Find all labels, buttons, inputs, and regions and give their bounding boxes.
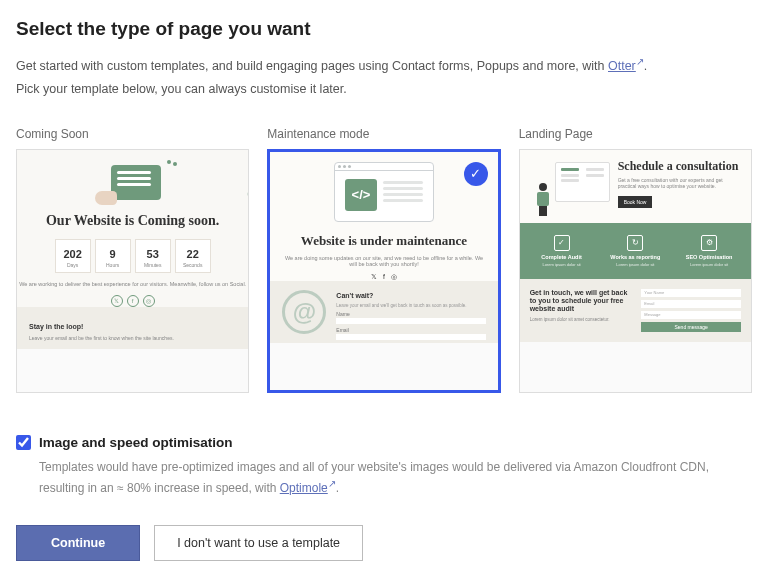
template-label: Landing Page: [519, 127, 752, 141]
reporting-icon: ↻: [627, 235, 643, 251]
template-coming-soon: Coming Soon Our Website is Coming soon. …: [16, 127, 249, 393]
page-title: Select the type of page you want: [16, 18, 752, 40]
chat-bubble-icon: [93, 160, 173, 205]
template-label: Maintenance mode: [267, 127, 500, 141]
preview-subtitle: Get a free consultation with our experts…: [618, 177, 741, 190]
facebook-icon: f: [127, 295, 139, 307]
preview-subtitle: We are working to deliver the best exper…: [19, 281, 246, 288]
presentation-illustration: [530, 160, 610, 215]
selected-check-icon: ✓: [464, 162, 488, 186]
preview-subtitle: We are doing some updates on our site, a…: [270, 255, 497, 267]
template-grid: Coming Soon Our Website is Coming soon. …: [16, 127, 752, 393]
action-buttons: Continue I don't want to use a template: [16, 525, 752, 561]
twitter-icon: 𝕏: [111, 295, 123, 307]
instagram-icon: ◎: [143, 295, 155, 307]
at-sign-icon: @: [282, 290, 326, 334]
contact-section: Get in touch, we will get back to you to…: [520, 279, 751, 342]
skip-template-button[interactable]: I don't want to use a template: [154, 525, 363, 561]
twitter-icon: 𝕏: [371, 273, 377, 281]
template-maintenance: Maintenance mode ✓ </> Website is under …: [267, 127, 500, 393]
preview-title: Schedule a consultation: [618, 160, 741, 173]
optimisation-label[interactable]: Image and speed optimisation: [39, 435, 233, 450]
seo-icon: ⚙: [701, 235, 717, 251]
optimisation-section: Image and speed optimisation Templates w…: [16, 435, 752, 497]
social-icons: 𝕏 f ◎: [371, 273, 397, 281]
template-landing: Landing Page Schedule a consultation Get…: [519, 127, 752, 393]
otter-link[interactable]: Otter↗: [608, 59, 644, 73]
optimisation-description: Templates would have pre-optimized image…: [39, 458, 752, 497]
countdown: 202Days 9Hours 53Minutes 22Seconds: [55, 239, 211, 273]
social-icons: 𝕏 f ◎: [111, 295, 155, 307]
browser-window-icon: </>: [334, 162, 434, 222]
template-label: Coming Soon: [16, 127, 249, 141]
template-card-maintenance[interactable]: ✓ </> Website is under maintenance We ar…: [267, 149, 500, 393]
preview-title: Website is under maintenance: [301, 234, 467, 249]
instagram-icon: ◎: [391, 273, 397, 281]
intro-line-1: Get started with custom templates, and b…: [16, 54, 752, 76]
intro-line-2: Pick your template below, you can always…: [16, 80, 752, 99]
audit-icon: ✓: [554, 235, 570, 251]
optimisation-checkbox[interactable]: [16, 435, 31, 450]
template-card-coming-soon[interactable]: Our Website is Coming soon. 202Days 9Hou…: [16, 149, 249, 393]
external-link-icon: ↗: [328, 476, 336, 491]
feature-band: ✓Complete AuditLorem ipsum dolor sit ↻Wo…: [520, 223, 751, 279]
template-card-landing[interactable]: Schedule a consultation Get a free consu…: [519, 149, 752, 393]
preview-footer: Stay in the loop! Leave your email and b…: [17, 307, 248, 349]
optimole-link[interactable]: Optimole↗: [280, 481, 336, 495]
continue-button[interactable]: Continue: [16, 525, 140, 561]
intro-text: Get started with custom templates, and b…: [16, 59, 608, 73]
external-link-icon: ↗: [636, 54, 644, 69]
preview-footer: @ Can't wait? Leave your email and we'll…: [270, 281, 497, 343]
facebook-icon: f: [383, 273, 385, 281]
preview-title: Our Website is Coming soon.: [46, 213, 219, 230]
code-icon: </>: [345, 179, 377, 211]
preview-cta: Book Now: [618, 196, 653, 208]
